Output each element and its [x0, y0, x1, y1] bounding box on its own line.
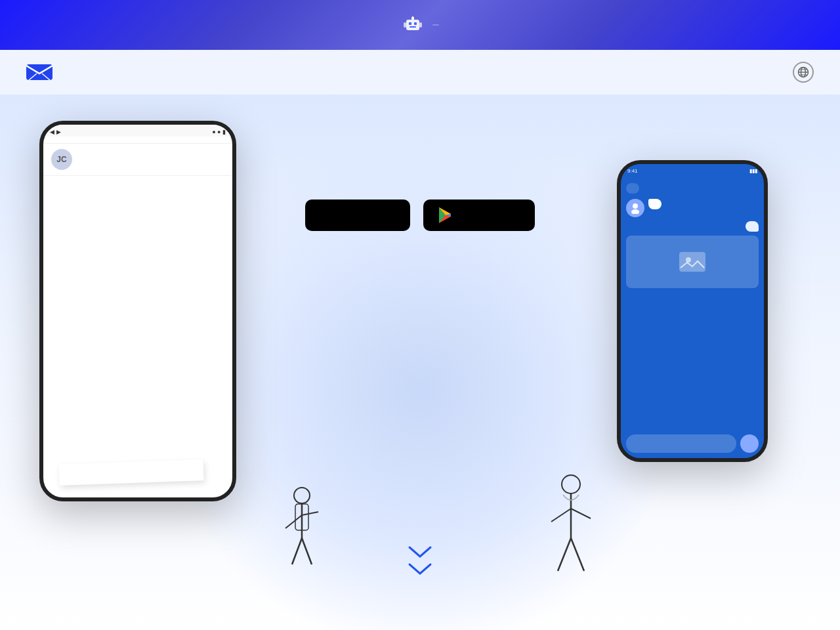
svg-line-32: [571, 509, 591, 518]
svg-rect-7: [419, 22, 422, 28]
svg-point-21: [686, 257, 691, 262]
chevron-down-2: [407, 562, 433, 578]
svg-line-31: [551, 509, 571, 522]
robot-icon: [401, 13, 425, 37]
cta-buttons: [305, 200, 535, 231]
globe-icon: [797, 66, 809, 78]
svg-rect-2: [414, 22, 417, 25]
phone-right-battery: ▮▮▮: [749, 168, 757, 174]
banner-content: [398, 13, 442, 37]
svg-line-24: [285, 515, 302, 528]
navbar: [0, 50, 840, 94]
person-icon-chat: [629, 202, 641, 214]
phone-right-status: 9:41: [627, 168, 638, 174]
ai-badge: [432, 24, 439, 26]
chat-bubble-2: [746, 221, 759, 232]
svg-rect-3: [410, 26, 416, 28]
phone-right-container: 9:41 ▮▮▮: [617, 160, 801, 462]
chevron-down-1: [407, 545, 433, 560]
chat-question-bubble: [626, 183, 639, 194]
svg-line-34: [571, 538, 584, 571]
svg-point-29: [562, 475, 580, 494]
avatar-james: JC: [51, 149, 72, 170]
svg-line-25: [302, 512, 318, 515]
google-play-icon: [436, 206, 455, 224]
send-bar: [621, 429, 764, 458]
hero-content: [305, 173, 535, 231]
email-thread: [43, 176, 232, 189]
nav-links: [698, 62, 814, 83]
person-left-illustration: [276, 486, 341, 617]
chat-bubble-1: [648, 199, 662, 209]
svg-line-27: [302, 538, 312, 564]
email-item-main: JC: [43, 144, 232, 176]
logo-icon: [26, 62, 52, 83]
phone-right-frame: 9:41 ▮▮▮: [617, 160, 768, 462]
phone-left-screen: ◀ ▶ ● ● ▮ JC: [43, 125, 232, 189]
message-count-label: [43, 136, 232, 144]
image-icon: [679, 252, 705, 272]
svg-rect-0: [406, 20, 419, 30]
svg-point-18: [633, 203, 638, 209]
chat-avatar-right: [626, 199, 644, 217]
chat-image-placeholder: [626, 236, 759, 288]
scroll-indicator[interactable]: [407, 545, 433, 578]
phone-left-frame: ◀ ▶ ● ● ▮ JC: [39, 121, 236, 501]
svg-rect-5: [412, 16, 413, 20]
svg-line-33: [558, 538, 571, 571]
svg-rect-20: [679, 252, 705, 272]
svg-point-19: [631, 209, 639, 214]
phone-status-left: ◀ ▶: [50, 129, 61, 135]
person-left-svg: [276, 486, 328, 591]
person-right-svg: [538, 472, 604, 604]
logo[interactable]: [26, 62, 60, 83]
app-store-button[interactable]: [305, 200, 410, 231]
message-input[interactable]: [626, 434, 736, 453]
svg-rect-8: [26, 64, 52, 80]
svg-rect-6: [404, 22, 406, 28]
google-play-button[interactable]: [423, 200, 535, 231]
hero-section: ◀ ▶ ● ● ▮ JC: [0, 94, 840, 630]
send-button[interactable]: [740, 434, 759, 453]
phone-left-container: ◀ ▶ ● ● ▮ JC: [39, 121, 262, 501]
language-button[interactable]: [793, 62, 814, 83]
person-right-illustration: [538, 472, 617, 617]
email-details: [77, 149, 224, 170]
banner-brand: [401, 13, 439, 37]
svg-point-22: [294, 488, 310, 503]
svg-line-26: [292, 538, 302, 564]
svg-rect-1: [409, 22, 411, 25]
top-banner: [0, 0, 840, 50]
phone-battery: ● ● ▮: [212, 129, 226, 135]
